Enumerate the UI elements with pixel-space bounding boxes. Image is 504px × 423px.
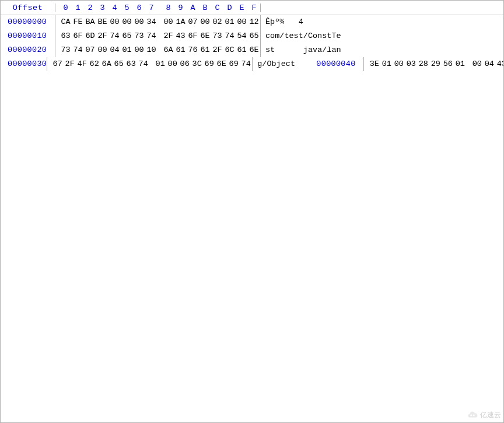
bytes-cell[interactable]: 672F4F626A6563740100063C696E6974 xyxy=(47,57,253,71)
hex-byte[interactable]: 6E xyxy=(215,57,228,71)
hex-byte[interactable]: 73 xyxy=(211,29,223,43)
hex-byte[interactable]: 6F xyxy=(72,29,84,43)
hex-byte[interactable]: 65 xyxy=(121,29,133,43)
hex-byte[interactable]: 54 xyxy=(236,29,248,43)
hex-byte[interactable]: 43 xyxy=(495,57,504,71)
hex-byte[interactable]: 74 xyxy=(240,57,252,71)
hex-byte[interactable]: 01 xyxy=(454,57,466,71)
hex-byte[interactable]: 07 xyxy=(84,43,96,57)
hex-byte[interactable]: 2F xyxy=(211,43,223,57)
hex-byte[interactable]: 65 xyxy=(113,57,125,71)
bytes-cell[interactable]: CAFEBABE00000034001A070002010012 xyxy=(55,15,261,29)
hex-byte[interactable]: 00 xyxy=(121,15,133,29)
hex-row[interactable]: 00000000CAFEBABE00000034001A070002010012… xyxy=(1,15,503,29)
hex-byte[interactable]: 00 xyxy=(236,15,248,29)
hex-viewer[interactable]: Offset 0123456789ABCDEF 00000000CAFEBABE… xyxy=(0,0,504,423)
hex-byte[interactable]: 69 xyxy=(228,57,240,71)
hex-byte[interactable]: 43 xyxy=(174,29,187,43)
hex-byte[interactable]: 00 xyxy=(199,15,211,29)
hex-byte[interactable]: 6A xyxy=(100,57,113,71)
bytes-cell[interactable]: 636F6D2F746573742F436F6E73745465 xyxy=(55,29,261,43)
hex-byte[interactable]: 73 xyxy=(60,43,72,57)
bytes-cell[interactable]: 73740700040100106A6176612F6C616E xyxy=(55,43,261,57)
hex-byte[interactable]: 00 xyxy=(133,15,145,29)
hex-byte[interactable]: 34 xyxy=(145,15,158,29)
hex-row[interactable]: 00000010636F6D2F746573742F436F6E73745465… xyxy=(1,29,503,43)
hex-byte[interactable]: 67 xyxy=(51,57,64,71)
hex-byte[interactable]: 6E xyxy=(199,29,211,43)
hex-row[interactable]: 000000403E010003282956010004436F64650A00… xyxy=(309,57,504,71)
hex-byte[interactable]: 00 xyxy=(162,15,174,29)
ascii-cell[interactable]: g/Object xyxy=(253,57,309,71)
hex-byte[interactable]: 61 xyxy=(174,43,187,57)
hex-byte[interactable]: 63 xyxy=(125,57,137,71)
hex-byte[interactable]: BA xyxy=(84,15,96,29)
hex-byte[interactable]: 74 xyxy=(108,29,121,43)
hex-byte[interactable]: 76 xyxy=(187,43,199,57)
hex-data-rows[interactable]: 00000000CAFEBABE00000034001A070002010012… xyxy=(1,15,503,71)
hex-byte[interactable]: 65 xyxy=(248,29,260,43)
hex-byte[interactable]: FE xyxy=(72,15,84,29)
hex-byte[interactable]: 56 xyxy=(442,57,454,71)
col-header: D xyxy=(223,4,236,12)
hex-byte[interactable]: 61 xyxy=(199,43,211,57)
hex-byte[interactable]: 3C xyxy=(191,57,203,71)
hex-byte[interactable]: BE xyxy=(96,15,108,29)
hex-byte[interactable]: 01 xyxy=(223,15,236,29)
hex-byte[interactable]: 01 xyxy=(380,57,393,71)
hex-byte[interactable]: 07 xyxy=(187,15,199,29)
hex-byte[interactable]: 00 xyxy=(96,43,108,57)
bytes-cell[interactable]: 3E010003282956010004436F64650A00 xyxy=(364,57,504,71)
hex-byte[interactable]: 74 xyxy=(72,43,84,57)
hex-byte[interactable]: 2F xyxy=(64,57,76,71)
hex-byte[interactable]: 62 xyxy=(88,57,100,71)
hex-byte[interactable]: 00 xyxy=(133,43,145,57)
hex-byte[interactable]: 10 xyxy=(145,43,158,57)
hex-byte[interactable]: 00 xyxy=(166,57,178,71)
hex-byte[interactable]: 2F xyxy=(96,29,108,43)
hex-byte[interactable]: 04 xyxy=(483,57,495,71)
hex-byte[interactable]: 74 xyxy=(137,57,149,71)
hex-byte[interactable]: 73 xyxy=(133,29,145,43)
hex-byte[interactable]: 63 xyxy=(60,29,72,43)
hex-row[interactable]: 0000002073740700040100106A6176612F6C616E… xyxy=(1,43,503,57)
hex-byte[interactable]: 29 xyxy=(429,57,442,71)
col-header: E xyxy=(236,4,248,12)
hex-byte[interactable]: 06 xyxy=(178,57,191,71)
hex-byte[interactable]: 04 xyxy=(108,43,121,57)
hex-byte[interactable]: 3E xyxy=(368,57,380,71)
col-header: A xyxy=(187,4,199,12)
hex-byte[interactable]: 74 xyxy=(223,29,236,43)
ascii-cell[interactable]: st java/lan xyxy=(261,43,341,57)
ascii-cell[interactable]: Êþº¾ 4 xyxy=(261,15,341,29)
hex-byte[interactable]: 6A xyxy=(162,43,174,57)
offset-cell: 00000010 xyxy=(1,29,55,43)
col-header: 8 xyxy=(162,4,174,12)
hex-byte[interactable]: 00 xyxy=(393,57,405,71)
hex-byte[interactable]: 00 xyxy=(471,57,483,71)
hex-byte[interactable]: 1A xyxy=(174,15,187,29)
hex-byte[interactable]: 6E xyxy=(248,43,260,57)
offset-cell: 00000030 xyxy=(1,57,47,71)
hex-byte[interactable]: 69 xyxy=(203,57,215,71)
hex-byte[interactable]: 2F xyxy=(162,29,174,43)
hex-byte[interactable]: CA xyxy=(60,15,72,29)
hex-byte[interactable]: 03 xyxy=(405,57,417,71)
hex-byte[interactable]: 00 xyxy=(108,15,121,29)
hex-byte[interactable]: 02 xyxy=(211,15,223,29)
hex-byte[interactable]: 01 xyxy=(121,43,133,57)
col-header: F xyxy=(248,4,260,12)
hex-byte[interactable]: 6D xyxy=(84,29,96,43)
ascii-cell[interactable]: com/test/ConstTe xyxy=(261,29,341,43)
hex-row[interactable]: 00000030672F4F626A6563740100063C696E6974… xyxy=(1,57,503,71)
hex-byte[interactable]: 61 xyxy=(236,43,248,57)
offset-cell: 00000020 xyxy=(1,43,55,57)
hex-byte[interactable]: 74 xyxy=(145,29,158,43)
hex-byte[interactable]: 01 xyxy=(154,57,166,71)
hex-byte[interactable]: 28 xyxy=(417,57,429,71)
hex-byte[interactable]: 12 xyxy=(248,15,260,29)
hex-byte[interactable]: 6F xyxy=(187,29,199,43)
col-header: 5 xyxy=(121,4,133,12)
hex-byte[interactable]: 4F xyxy=(76,57,88,71)
hex-byte[interactable]: 6C xyxy=(223,43,236,57)
